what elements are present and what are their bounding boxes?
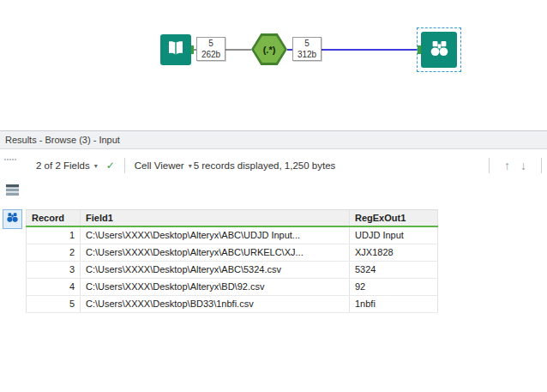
results-panel: Results - Browse (3) - Input (0, 130, 547, 392)
toolbar-separator (124, 158, 125, 173)
column-header-field1[interactable]: Field1 (81, 209, 350, 226)
browse-view-button[interactable] (3, 209, 22, 229)
alteryx-window: 5 262b (.*) 5 312b Result (0, 0, 547, 392)
table-row[interactable]: 2C:\Users\XXXX\Desktop\Alteryx\ABC\URKEL… (26, 244, 438, 262)
chevron-down-icon: ▾ (94, 162, 98, 170)
table-icon (5, 184, 20, 200)
regexout1-cell[interactable]: 1nbfi (350, 296, 438, 312)
field1-cell[interactable]: C:\Users\XXXX\Desktop\BD33\1nbfi.csv (81, 296, 350, 312)
binoculars-icon (428, 37, 451, 63)
table-row[interactable]: 4C:\Users\XXXX\Desktop\Alteryx\BD\92.csv… (26, 279, 438, 296)
browse-tool[interactable] (421, 32, 457, 68)
table-row[interactable]: 5C:\Users\XXXX\Desktop\BD33\1nbfi.csv1nb… (26, 296, 438, 313)
record-cell[interactable]: 5 (26, 296, 81, 312)
input-data-tool[interactable] (160, 34, 191, 65)
scroll-up-button[interactable]: ↑ (504, 160, 510, 172)
regex-icon-label: (.*) (254, 36, 285, 63)
binoculars-icon (5, 210, 20, 228)
record-cell[interactable]: 2 (26, 244, 81, 261)
regexout1-cell[interactable]: XJX1828 (350, 244, 438, 261)
record-cell[interactable]: 4 (26, 279, 81, 295)
field1-cell[interactable]: C:\Users\XXXX\Desktop\Alteryx\ABC\5324.c… (81, 262, 350, 278)
results-header-bar: Results - Browse (3) - Input (0, 131, 547, 149)
workflow-canvas[interactable]: 5 262b (.*) 5 312b (0, 0, 547, 130)
results-toolbar: 2 of 2 Fields ▾ ✓ Cell Viewer ▾ 5 record… (25, 149, 547, 182)
cell-viewer-dropdown[interactable]: Cell Viewer ▾ (135, 160, 192, 171)
drag-handle-dots[interactable] (4, 159, 6, 160)
data-quality-check-icon[interactable]: ✓ (106, 160, 115, 172)
results-main-area: 2 of 2 Fields ▾ ✓ Cell Viewer ▾ 5 record… (25, 149, 547, 391)
table-view-button[interactable] (3, 184, 21, 199)
open-book-icon (165, 38, 186, 62)
record-cell[interactable]: 1 (26, 227, 81, 244)
regexout1-cell[interactable]: UDJD Input (350, 227, 438, 244)
table-row[interactable]: 3C:\Users\XXXX\Desktop\Alteryx\ABC\5324.… (26, 262, 438, 279)
results-left-toolbar (0, 149, 25, 391)
scroll-down-button[interactable]: ↓ (520, 160, 526, 172)
table-header-row: Record Field1 RegExOut1 (26, 209, 438, 227)
fields-dropdown[interactable]: 2 of 2 Fields ▾ (36, 160, 98, 171)
connection-annotation[interactable]: 5 312b (292, 37, 322, 61)
table-rows: 1C:\Users\XXXX\Desktop\Alteryx\ABC\UDJD … (26, 227, 438, 313)
connection-annotation[interactable]: 5 262b (196, 37, 225, 61)
regexout1-cell[interactable]: 92 (350, 279, 438, 295)
field1-cell[interactable]: C:\Users\XXXX\Desktop\Alteryx\ABC\UDJD I… (81, 227, 350, 244)
field1-cell[interactable]: C:\Users\XXXX\Desktop\Alteryx\ABC\URKELC… (81, 244, 350, 261)
field1-cell[interactable]: C:\Users\XXXX\Desktop\Alteryx\BD\92.csv (81, 279, 350, 295)
regexout1-cell[interactable]: 5324 (350, 262, 438, 278)
results-table: Record Field1 RegExOut1 1C:\Users\XXXX\D… (26, 209, 438, 313)
toolbar-separator (541, 158, 542, 173)
results-title: Results - Browse (3) - Input (5, 135, 120, 145)
table-row[interactable]: 1C:\Users\XXXX\Desktop\Alteryx\ABC\UDJD … (26, 227, 438, 244)
record-count: 5 (197, 38, 225, 49)
fields-dropdown-label: 2 of 2 Fields (36, 160, 90, 171)
toolbar-separator (489, 158, 490, 173)
chevron-down-icon: ▾ (189, 162, 192, 170)
column-header-regexout1[interactable]: RegExOut1 (350, 209, 438, 226)
record-count: 5 (293, 38, 321, 49)
column-header-record[interactable]: Record (26, 209, 81, 226)
record-cell[interactable]: 3 (26, 262, 81, 278)
byte-size: 312b (293, 49, 321, 60)
cell-viewer-label: Cell Viewer (135, 160, 184, 171)
records-status: 5 records displayed, 1,250 bytes (194, 160, 336, 171)
regex-tool[interactable]: (.*) (251, 33, 287, 65)
byte-size: 262b (197, 49, 225, 60)
